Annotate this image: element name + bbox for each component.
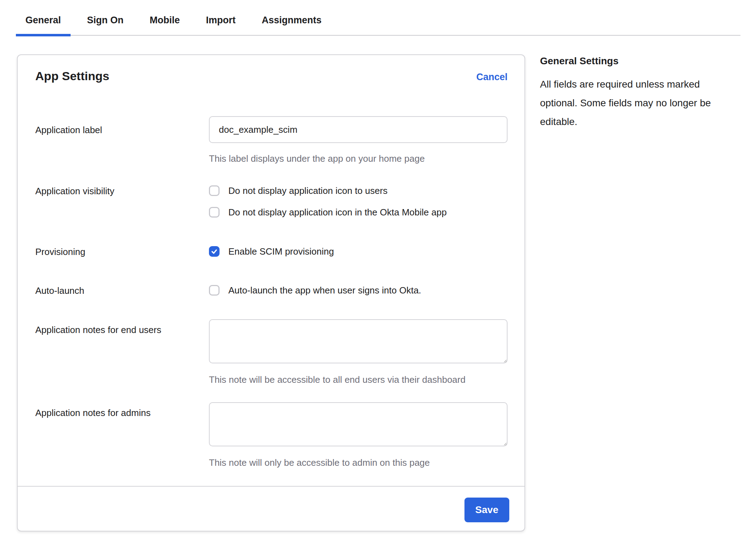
checkbox-hide-icon-mobile[interactable]	[209, 207, 220, 218]
notes-end-users-label: Application notes for end users	[35, 319, 209, 385]
notes-admins-label: Application notes for admins	[35, 402, 209, 468]
app-settings-card: App Settings Cancel Application label Th…	[17, 54, 525, 531]
checkbox-auto-launch-label[interactable]: Auto-launch the app when user signs into…	[228, 285, 421, 296]
card-header: App Settings Cancel	[35, 70, 508, 83]
notes-admins-textarea[interactable]	[209, 402, 508, 446]
app-tab-bar: General Sign On Mobile Import Assignment…	[16, 0, 740, 36]
cancel-button[interactable]: Cancel	[476, 72, 508, 83]
checkbox-hide-icon-users[interactable]	[209, 185, 220, 196]
row-notes-end-users: Application notes for end users This not…	[35, 319, 508, 385]
row-application-visibility: Application visibility Do not display ap…	[35, 185, 508, 218]
checkbox-enable-scim[interactable]	[209, 246, 220, 257]
checkbox-enable-scim-label[interactable]: Enable SCIM provisioning	[228, 246, 334, 257]
application-label-helper: This label displays under the app on you…	[209, 153, 508, 164]
tab-general[interactable]: General	[16, 0, 71, 35]
visibility-option-users: Do not display application icon to users	[209, 185, 508, 196]
checkbox-auto-launch[interactable]	[209, 285, 220, 296]
sidebar-help-text: All fields are required unless marked op…	[540, 75, 731, 131]
provisioning-option: Enable SCIM provisioning	[209, 246, 508, 257]
tab-sign-on[interactable]: Sign On	[78, 0, 133, 35]
notes-end-users-textarea[interactable]	[209, 319, 508, 363]
main-content: App Settings Cancel Application label Th…	[0, 36, 756, 531]
row-provisioning: Provisioning Enable SCIM provisioning	[35, 246, 508, 257]
notes-end-users-helper: This note will be accessible to all end …	[209, 374, 508, 385]
row-application-label: Application label This label displays un…	[35, 116, 508, 164]
auto-launch-option: Auto-launch the app when user signs into…	[209, 285, 508, 296]
checkbox-hide-icon-mobile-label[interactable]: Do not display application icon in the O…	[228, 207, 447, 218]
help-sidebar: General Settings All fields are required…	[525, 54, 737, 131]
checkbox-hide-icon-users-label[interactable]: Do not display application icon to users	[228, 185, 388, 196]
checkmark-icon	[211, 248, 218, 255]
provisioning-label: Provisioning	[35, 246, 209, 257]
card-footer: Save	[18, 486, 524, 531]
save-button[interactable]: Save	[464, 498, 509, 522]
sidebar-heading: General Settings	[540, 55, 737, 67]
auto-launch-label: Auto-launch	[35, 285, 209, 296]
application-visibility-label: Application visibility	[35, 185, 209, 218]
row-notes-admins: Application notes for admins This note w…	[35, 402, 508, 468]
page-title: App Settings	[35, 70, 109, 83]
visibility-option-mobile: Do not display application icon in the O…	[209, 207, 508, 218]
row-auto-launch: Auto-launch Auto-launch the app when use…	[35, 285, 508, 296]
application-label-label: Application label	[35, 116, 209, 164]
tab-mobile[interactable]: Mobile	[140, 0, 190, 35]
application-label-input[interactable]	[209, 116, 508, 143]
notes-admins-helper: This note will only be accessible to adm…	[209, 457, 508, 468]
tab-assignments[interactable]: Assignments	[252, 0, 331, 35]
tab-import[interactable]: Import	[197, 0, 245, 35]
